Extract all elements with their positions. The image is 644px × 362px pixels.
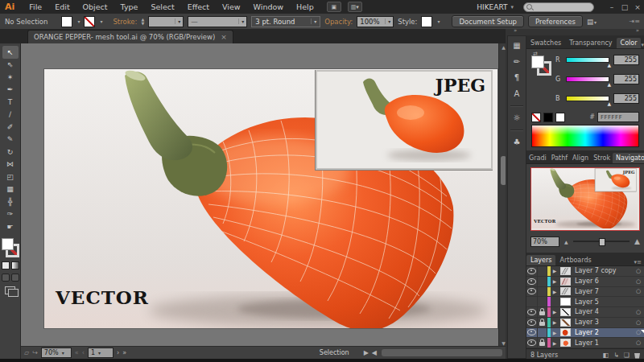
menu-file[interactable]: File bbox=[23, 2, 48, 11]
stroke-dropdown-icon[interactable]: ▾ bbox=[100, 19, 102, 24]
visibility-toggle[interactable] bbox=[526, 338, 538, 348]
layer-name[interactable]: Layer 7 bbox=[572, 288, 633, 295]
zoom-slider-thumb[interactable] bbox=[599, 238, 605, 246]
new-sublayer-icon[interactable]: ↳ bbox=[613, 352, 619, 359]
navigator-proxy-view[interactable] bbox=[530, 167, 640, 231]
fill-stroke-widget[interactable] bbox=[2, 238, 19, 257]
swatches-dock-icon[interactable]: ▦ bbox=[513, 41, 520, 50]
stroke-weight-stepper[interactable]: ▲▼ bbox=[141, 18, 144, 26]
layer-name[interactable]: Layer 1 bbox=[572, 339, 633, 347]
target-circle-icon[interactable]: ○ bbox=[633, 268, 644, 274]
collapse-iconstrip-icon[interactable]: » bbox=[514, 27, 517, 34]
expand-arrow-icon[interactable]: ▶ bbox=[551, 319, 559, 325]
lock-toggle[interactable] bbox=[538, 277, 547, 286]
expand-arrow-icon[interactable]: ▶ bbox=[551, 309, 559, 315]
width-profile-select[interactable]: —▾ bbox=[188, 16, 247, 27]
layer-thumbnail[interactable] bbox=[560, 287, 571, 295]
prev-artboard-icon[interactable]: ‹ bbox=[82, 349, 85, 356]
document-setup-button[interactable]: Document Setup bbox=[452, 15, 523, 27]
fill-swatch[interactable] bbox=[61, 16, 72, 27]
status-left-icon-2[interactable]: ↪ bbox=[32, 349, 38, 356]
color-mode-button[interactable] bbox=[2, 261, 10, 269]
expand-arrow-icon[interactable]: ▶ bbox=[551, 268, 559, 274]
type-tool[interactable]: T bbox=[2, 96, 19, 109]
none-swatch[interactable] bbox=[531, 113, 541, 122]
workspace-switcher[interactable]: HIKEART bbox=[477, 3, 507, 11]
close-document-icon[interactable]: × bbox=[221, 33, 227, 41]
tab-layers[interactable]: Layers bbox=[526, 255, 555, 265]
color-panel-menu-icon[interactable]: ▾≡ bbox=[641, 42, 644, 48]
zoom-level-select[interactable]: 70%▾ bbox=[41, 348, 72, 358]
target-circle-icon[interactable]: ○ bbox=[633, 319, 644, 326]
layer-row[interactable]: ▶ Layer 7 ○ bbox=[526, 287, 644, 298]
layer-row[interactable]: ▶ Layer 4 ○ bbox=[526, 307, 644, 318]
lock-toggle[interactable] bbox=[538, 318, 547, 327]
zoom-out-icon[interactable]: ▲ bbox=[564, 239, 568, 245]
tab-transparency[interactable]: Transparency bbox=[565, 38, 616, 48]
white-swatch[interactable] bbox=[555, 113, 565, 122]
layer-row[interactable]: ▶ Layer 6 ○ bbox=[526, 277, 644, 287]
collapse-control-bar-icon[interactable]: ⇥≡ bbox=[630, 18, 640, 25]
layer-row[interactable]: ▶ Layer 1 ○ bbox=[526, 338, 644, 348]
stroke-panel-link[interactable]: Stroke: bbox=[113, 18, 137, 26]
hand-tool[interactable]: ☛ bbox=[2, 220, 19, 233]
opacity-panel-link[interactable]: Opacity: bbox=[324, 18, 353, 26]
lock-toggle[interactable] bbox=[538, 266, 547, 276]
fill-color-indicator[interactable] bbox=[2, 238, 14, 250]
free-transform-tool[interactable]: ◰ bbox=[2, 171, 19, 183]
layer-row[interactable]: ▶ Layer 7 copy ○ bbox=[526, 266, 644, 277]
menu-help[interactable]: Help bbox=[290, 2, 320, 11]
pencil-tool[interactable]: ✎ bbox=[2, 134, 19, 146]
stroke-swatch[interactable] bbox=[84, 16, 95, 27]
app-logo-icon[interactable]: Ai bbox=[5, 2, 14, 12]
target-circle-icon[interactable]: ○ bbox=[633, 288, 644, 294]
new-layer-icon[interactable]: ❏ bbox=[624, 352, 630, 359]
layer-thumbnail[interactable] bbox=[560, 278, 571, 286]
tab-pathfinder[interactable]: Pathf bbox=[549, 153, 570, 163]
hex-value-field[interactable]: FFFFFF bbox=[597, 112, 639, 122]
horizontal-scroll-thumb[interactable] bbox=[382, 349, 502, 356]
close-button[interactable]: × bbox=[631, 3, 644, 11]
selection-tool[interactable]: ↖ bbox=[2, 46, 19, 59]
lock-toggle[interactable] bbox=[538, 307, 547, 317]
options-icon[interactable]: ▤▾ bbox=[587, 18, 597, 26]
lock-toggle[interactable] bbox=[538, 297, 547, 306]
blue-slider[interactable]: ▲ bbox=[566, 96, 609, 101]
menu-edit[interactable]: Edit bbox=[48, 2, 76, 11]
visibility-toggle[interactable] bbox=[526, 287, 538, 297]
artboard-number-field[interactable]: 1▾ bbox=[88, 348, 114, 358]
menu-view[interactable]: View bbox=[216, 2, 247, 11]
status-left-icon-1[interactable]: ▱ bbox=[24, 349, 29, 356]
visibility-toggle[interactable] bbox=[526, 328, 538, 338]
preferences-button[interactable]: Preferences bbox=[528, 15, 583, 27]
tab-stroke[interactable]: Strok bbox=[591, 153, 613, 163]
gradient-mode-button[interactable] bbox=[11, 261, 19, 269]
menu-window[interactable]: Window bbox=[247, 2, 290, 11]
tab-align[interactable]: Align bbox=[570, 153, 591, 163]
arrange-documents-icon[interactable]: ▥▾ bbox=[348, 2, 362, 12]
layer-row[interactable]: Layer 5 bbox=[526, 297, 644, 307]
tab-gradient[interactable]: Gradi bbox=[526, 153, 549, 163]
artboard-image[interactable]: VECTOR JPEG bbox=[44, 69, 497, 328]
minimize-button[interactable]: – bbox=[605, 3, 618, 11]
layer-row-selected[interactable]: ▶ Layer 2 ○ bbox=[526, 328, 644, 339]
appearance-dock-icon[interactable]: ☼ bbox=[514, 113, 521, 122]
visibility-toggle[interactable] bbox=[526, 307, 538, 317]
navigator-zoom-field[interactable]: 70% bbox=[530, 237, 559, 247]
direct-selection-tool[interactable]: ⇖ bbox=[2, 59, 19, 72]
last-artboard-icon[interactable]: » bbox=[122, 349, 126, 356]
draw-behind-button[interactable] bbox=[11, 274, 19, 282]
symbols-dock-icon[interactable]: ♣ bbox=[514, 138, 521, 146]
visibility-toggle[interactable] bbox=[526, 297, 538, 306]
next-artboard-icon[interactable]: › bbox=[117, 349, 119, 356]
layer-thumbnail[interactable] bbox=[560, 328, 571, 336]
lock-toggle[interactable] bbox=[538, 287, 547, 297]
red-slider[interactable]: ▲ bbox=[566, 57, 609, 63]
green-value-field[interactable]: 255 bbox=[613, 74, 639, 84]
tab-navigator[interactable]: Navigator bbox=[613, 153, 644, 163]
menu-type[interactable]: Type bbox=[114, 2, 145, 11]
lock-toggle[interactable] bbox=[538, 338, 547, 348]
brush-definition-select[interactable]: 3 pt. Round▾ bbox=[251, 16, 320, 27]
visibility-toggle[interactable] bbox=[526, 318, 538, 327]
green-slider[interactable]: ▲ bbox=[566, 76, 609, 82]
